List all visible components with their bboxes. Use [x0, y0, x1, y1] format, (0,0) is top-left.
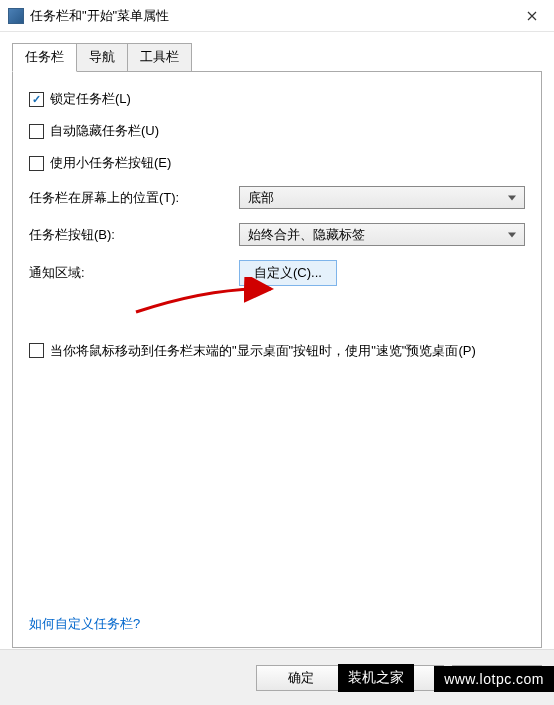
annotation-arrow — [131, 277, 291, 337]
buttons-label: 任务栏按钮(B): — [29, 226, 239, 244]
checkbox-icon — [29, 343, 44, 358]
tab-panel: 锁定任务栏(L) 自动隐藏任务栏(U) 使用小任务栏按钮(E) 任务栏在屏幕上的… — [12, 71, 542, 648]
tab-taskbar[interactable]: 任务栏 — [12, 43, 77, 72]
window-title: 任务栏和"开始"菜单属性 — [30, 7, 509, 25]
tab-navigation[interactable]: 导航 — [76, 43, 128, 72]
watermark-url: www.lotpc.com — [434, 666, 554, 692]
buttons-row: 任务栏按钮(B): 始终合并、隐藏标签 — [29, 223, 525, 246]
tab-toolbars[interactable]: 工具栏 — [127, 43, 192, 72]
small-buttons-label: 使用小任务栏按钮(E) — [50, 154, 171, 172]
titlebar: 任务栏和"开始"菜单属性 — [0, 0, 554, 32]
customize-button[interactable]: 自定义(C)... — [239, 260, 337, 286]
watermark-brand: 装机之家 — [338, 664, 414, 692]
buttons-select[interactable]: 始终合并、隐藏标签 — [239, 223, 525, 246]
preview-desktop-label: 当你将鼠标移动到任务栏末端的"显示桌面"按钮时，使用"速览"预览桌面(P) — [50, 341, 476, 361]
auto-hide-row[interactable]: 自动隐藏任务栏(U) — [29, 122, 525, 140]
auto-hide-label: 自动隐藏任务栏(U) — [50, 122, 159, 140]
lock-taskbar-label: 锁定任务栏(L) — [50, 90, 131, 108]
notification-row: 通知区域: 自定义(C)... — [29, 260, 525, 286]
dialog-content: 任务栏 导航 工具栏 锁定任务栏(L) 自动隐藏任务栏(U) 使用小任务栏按钮(… — [0, 32, 554, 649]
position-value: 底部 — [248, 189, 274, 207]
preview-desktop-row[interactable]: 当你将鼠标移动到任务栏末端的"显示桌面"按钮时，使用"速览"预览桌面(P) — [29, 341, 525, 361]
help-link[interactable]: 如何自定义任务栏? — [29, 615, 140, 633]
app-icon — [8, 8, 24, 24]
notification-label: 通知区域: — [29, 264, 239, 282]
checkbox-icon — [29, 92, 44, 107]
lock-taskbar-row[interactable]: 锁定任务栏(L) — [29, 90, 525, 108]
position-select[interactable]: 底部 — [239, 186, 525, 209]
ok-button[interactable]: 确定 — [256, 665, 346, 691]
close-icon — [527, 11, 537, 21]
small-buttons-row[interactable]: 使用小任务栏按钮(E) — [29, 154, 525, 172]
buttons-value: 始终合并、隐藏标签 — [248, 226, 365, 244]
checkbox-icon — [29, 156, 44, 171]
close-button[interactable] — [509, 1, 554, 31]
position-label: 任务栏在屏幕上的位置(T): — [29, 189, 239, 207]
tab-strip: 任务栏 导航 工具栏 — [12, 43, 542, 72]
position-row: 任务栏在屏幕上的位置(T): 底部 — [29, 186, 525, 209]
checkbox-icon — [29, 124, 44, 139]
